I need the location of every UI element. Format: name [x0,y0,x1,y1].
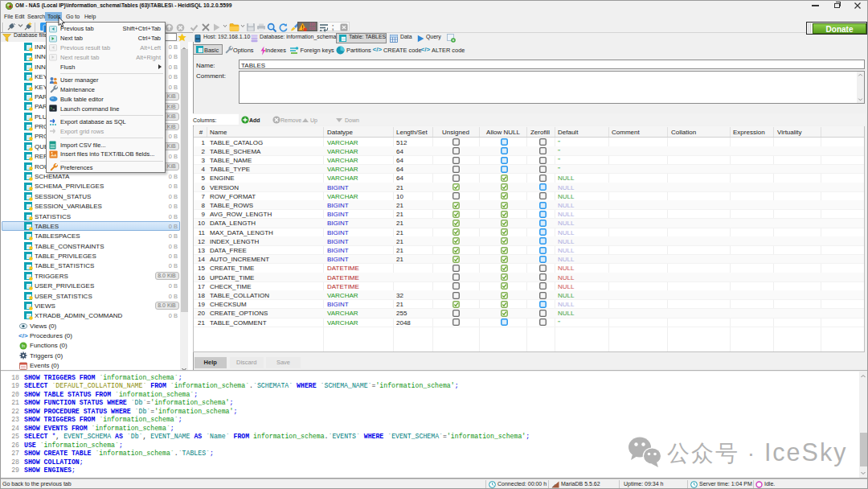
svg-text:fn: fn [22,343,25,348]
